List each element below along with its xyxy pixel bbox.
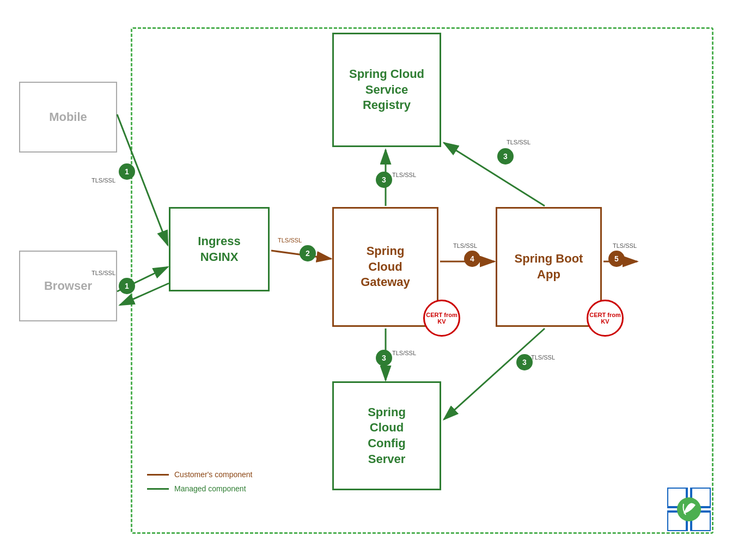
- badge-2: 2: [300, 245, 316, 261]
- badge-1a: 1: [119, 163, 135, 180]
- legend-customer-line: [147, 474, 169, 476]
- tls-label-4: TLS/SSL: [453, 242, 477, 249]
- configserver-label: SpringCloudConfigServer: [368, 405, 406, 467]
- browser-box: Browser: [19, 251, 117, 321]
- legend-managed-label: Managed component: [174, 484, 246, 493]
- mobile-label: Mobile: [49, 109, 87, 125]
- tls-label-2: TLS/SSL: [278, 237, 302, 244]
- tls-label-3a: TLS/SSL: [392, 172, 416, 178]
- tls-label-3b: TLS/SSL: [507, 139, 530, 145]
- legend-managed-line: [147, 488, 169, 490]
- tls-label-5: TLS/SSL: [613, 242, 637, 249]
- legend-managed: Managed component: [147, 484, 253, 493]
- tls-label-1a: TLS/SSL: [92, 177, 115, 184]
- legend-customer: Customer's component: [147, 470, 253, 479]
- tls-label-3c: TLS/SSL: [392, 350, 416, 356]
- mobile-box: Mobile: [19, 82, 117, 153]
- gateway-box: SpringCloudGateway: [332, 207, 438, 327]
- badge-3b: 3: [497, 148, 514, 165]
- badge-3c: 3: [376, 350, 392, 366]
- browser-label: Browser: [44, 278, 92, 294]
- cert-circle-bootapp: CERT from KV: [587, 300, 624, 337]
- badge-1b: 1: [119, 278, 135, 294]
- configserver-box: SpringCloudConfigServer: [332, 381, 441, 490]
- bootapp-box: Spring BootApp: [496, 207, 602, 327]
- legend: Customer's component Managed component: [147, 470, 253, 498]
- badge-5: 5: [608, 251, 625, 267]
- badge-3a: 3: [376, 172, 392, 188]
- tls-label-1b: TLS/SSL: [92, 270, 115, 276]
- diagram-container: Mobile Browser IngressNGINX Spring Cloud…: [11, 11, 727, 547]
- registry-label: Spring CloudServiceRegistry: [349, 66, 424, 113]
- cert-circle-gateway: CERT from KV: [423, 300, 460, 337]
- gateway-label: SpringCloudGateway: [361, 244, 410, 290]
- legend-customer-label: Customer's component: [174, 470, 253, 479]
- registry-box: Spring CloudServiceRegistry: [332, 33, 441, 147]
- badge-4: 4: [464, 251, 480, 267]
- tls-label-3d: TLS/SSL: [531, 354, 555, 361]
- nginx-label: IngressNGINX: [198, 234, 240, 265]
- nginx-box: IngressNGINX: [169, 207, 270, 291]
- badge-3d: 3: [516, 354, 533, 370]
- bootapp-label: Spring BootApp: [515, 251, 583, 282]
- spring-logo: [667, 488, 711, 531]
